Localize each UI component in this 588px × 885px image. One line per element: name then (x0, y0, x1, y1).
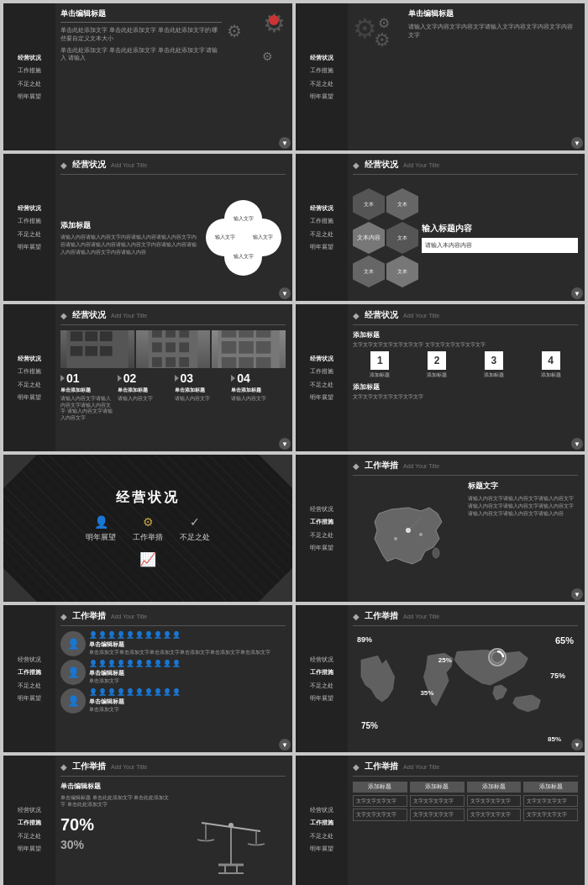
s5-nav-1[interactable]: 经营状况 (7, 355, 52, 362)
sidebar-item-2[interactable]: 工作措施 (7, 66, 52, 74)
s3-center-desc[interactable]: 请输入内容请输入内容文字内容请输入内容请输入内容文字内容请输入内容请输入内容请输… (60, 234, 197, 256)
step-3-label[interactable]: 单击添加标题 (175, 387, 229, 394)
s6-nav-4[interactable]: 明年展望 (299, 393, 344, 401)
s9-nav-2[interactable]: 工作措施 (7, 668, 52, 676)
s9-row-3-title[interactable]: 单击编辑标题 (89, 698, 286, 706)
s10-nav-4[interactable]: 明年展望 (299, 694, 344, 702)
s4-nav-1[interactable]: 经营状况 (299, 204, 344, 212)
s11-text-title[interactable]: 单击编辑标题 (60, 782, 171, 791)
s8-nav-3[interactable]: 不足之处 (299, 531, 344, 539)
s12-cell-1-1[interactable]: 文字文字文字文字 (353, 795, 407, 807)
hex-3[interactable]: 文本 (386, 222, 418, 254)
s12-nav-2[interactable]: 工作措施 (299, 819, 344, 826)
s7-item-2[interactable]: ⚙ 工作举措 (133, 515, 163, 543)
scroll-btn-2[interactable]: ▼ (571, 137, 583, 149)
s6-nav-2[interactable]: 工作措施 (299, 367, 344, 375)
hex-2[interactable]: 文本 (386, 188, 418, 220)
sidebar-item-1[interactable]: 经营状况 (7, 54, 52, 61)
petal-left[interactable]: 输入文字 (206, 219, 244, 256)
scroll-btn-10[interactable]: ▼ (571, 739, 583, 751)
s3-nav-2[interactable]: 工作措施 (7, 217, 52, 224)
s9-row-1-desc[interactable]: 单击添加文字单击添加文字单击添加文字单击添加文字单击添加文字单击添加文字 (89, 649, 286, 656)
step-1-label[interactable]: 单击添加标题 (60, 387, 115, 394)
s9-nav-1[interactable]: 经营状况 (7, 656, 52, 663)
s8-text-title[interactable]: 标题文字 (468, 481, 578, 492)
step-1-desc[interactable]: 请输入内容文字请输入内容文字请输入内容文字 请输入内容文字请输入内容文字 (60, 396, 115, 422)
s9-row-2-title[interactable]: 单击编辑标题 (89, 669, 286, 677)
s6-ttitle2[interactable]: 添加标题 (353, 382, 578, 392)
step-3-desc[interactable]: 请输入内容文字 (175, 396, 229, 403)
s4-right-box[interactable]: 请输入本内容内容 (422, 238, 578, 253)
scroll-btn-1[interactable]: ▼ (279, 137, 291, 149)
s11-nav-4[interactable]: 明年展望 (7, 845, 52, 852)
sidebar-2-item-3[interactable]: 不足之处 (299, 80, 344, 87)
hex-1[interactable]: 文本 (353, 188, 385, 220)
s6-tdesc1[interactable]: 文字文字文字文字文字文字文字 文字文字文字文字文字文字 (353, 341, 578, 348)
s8-text-desc[interactable]: 请输入内容文字请输入内容文字请输入内容文字请输入内容文字请输入内容文字请输入内容… (468, 495, 578, 518)
scroll-btn-5[interactable]: ▼ (279, 438, 291, 450)
s8-nav-1[interactable]: 经营状况 (299, 505, 344, 513)
hex-center[interactable]: 文本内容 (353, 222, 385, 254)
s2-title[interactable]: 单击编辑标题 (408, 8, 578, 19)
s8-nav-4[interactable]: 明年展望 (299, 544, 344, 551)
s2-desc[interactable]: 请输入文字内容文字内容文字请输入文字内容文字内容文字内容文字 (408, 23, 578, 40)
s6-box-label-1[interactable]: 添加标题 (370, 371, 390, 379)
scroll-btn-4[interactable]: ▼ (571, 287, 583, 299)
sidebar-item-4[interactable]: 明年展望 (7, 92, 52, 100)
edit-title-1[interactable]: 单击编辑标题 (60, 8, 222, 23)
scroll-btn-8[interactable]: ▼ (571, 588, 583, 600)
s11-nav-2[interactable]: 工作措施 (7, 819, 52, 826)
s3-nav-1[interactable]: 经营状况 (7, 204, 52, 212)
s6-box-label-4[interactable]: 添加标题 (541, 371, 561, 379)
s5-nav-2[interactable]: 工作措施 (7, 367, 52, 375)
s9-nav-3[interactable]: 不足之处 (7, 682, 52, 689)
s7-item-3[interactable]: ✓ 不足之处 (180, 515, 210, 543)
scroll-btn-9[interactable]: ▼ (279, 739, 291, 751)
s6-box-label-2[interactable]: 添加标题 (427, 371, 447, 379)
s3-center-title[interactable]: 添加标题 (60, 220, 197, 231)
s6-box-label-3[interactable]: 添加标题 (484, 371, 504, 379)
s10-nav-2[interactable]: 工作措施 (299, 668, 344, 676)
s8-nav-2[interactable]: 工作措施 (299, 518, 344, 525)
sidebar-item-3[interactable]: 不足之处 (7, 80, 52, 87)
s9-row-3-desc[interactable]: 单击添加文字 (89, 706, 286, 714)
s11-nav-1[interactable]: 经营状况 (7, 806, 52, 814)
s12-cell-1-3[interactable]: 文字文字文字文字 (467, 795, 522, 807)
s12-cell-2-2[interactable]: 文字文字文字文字 (410, 809, 465, 820)
s11-text-desc[interactable]: 单击编辑标题 单击此处添加文字 单击此处添加文字 单击此处添加文字 (60, 794, 171, 809)
s6-nav-1[interactable]: 经营状况 (299, 355, 344, 362)
step-4-label[interactable]: 单击添加标题 (231, 387, 286, 394)
sidebar-2-item-2[interactable]: 工作措施 (299, 66, 344, 74)
s12-nav-1[interactable]: 经营状况 (299, 806, 344, 814)
s4-nav-2[interactable]: 工作措施 (299, 217, 344, 224)
s12-cell-1-4[interactable]: 文字文字文字文字 (523, 795, 578, 807)
s10-nav-3[interactable]: 不足之处 (299, 682, 344, 689)
s7-item-1[interactable]: 👤 明年展望 (86, 515, 116, 543)
edit-desc-2[interactable]: 单击此处添加文字 单击此处添加文字 单击此处添加文字 请输入 请输入 (60, 46, 222, 63)
step-2-label[interactable]: 单击添加标题 (118, 387, 172, 394)
s12-cell-2-1[interactable]: 文字文字文字文字 (353, 809, 407, 820)
s6-ttitle1[interactable]: 添加标题 (353, 330, 578, 340)
sidebar-2-item-4[interactable]: 明年展望 (299, 92, 344, 100)
s9-nav-4[interactable]: 明年展望 (7, 694, 52, 702)
step-4-desc[interactable]: 请输入内容文字 (231, 396, 286, 403)
s9-row-1-title[interactable]: 单击编辑标题 (89, 640, 286, 649)
s11-nav-3[interactable]: 不足之处 (7, 832, 52, 840)
step-2-desc[interactable]: 请输入内容文字 (118, 396, 172, 403)
sidebar-2-item-1[interactable]: 经营状况 (299, 54, 344, 61)
s12-cell-1-2[interactable]: 文字文字文字文字 (410, 795, 465, 807)
edit-desc-1[interactable]: 单击此处添加文字 单击此处添加文字 单击此处添加文字的 哪些要自定义文本大小 (60, 26, 222, 43)
s10-nav-1[interactable]: 经营状况 (299, 656, 344, 663)
hex-4[interactable]: 文本 (353, 255, 385, 287)
s12-cell-2-3[interactable]: 文字文字文字文字 (467, 809, 522, 820)
s6-nav-3[interactable]: 不足之处 (299, 381, 344, 388)
hex-5[interactable]: 文本 (386, 255, 418, 287)
s9-row-2-desc[interactable]: 单击添加文字 (89, 677, 286, 685)
scroll-btn-3[interactable]: ▼ (279, 287, 291, 299)
s4-main-title[interactable]: 输入标题内容 (422, 223, 578, 234)
s4-nav-3[interactable]: 不足之处 (299, 230, 344, 238)
s12-cell-2-4[interactable]: 文字文字文字文字 (523, 809, 578, 820)
s6-tdesc2[interactable]: 文字文字文字文字文字文字文字 (353, 393, 578, 400)
scroll-btn-6[interactable]: ▼ (571, 438, 583, 450)
s3-nav-4[interactable]: 明年展望 (7, 243, 52, 250)
